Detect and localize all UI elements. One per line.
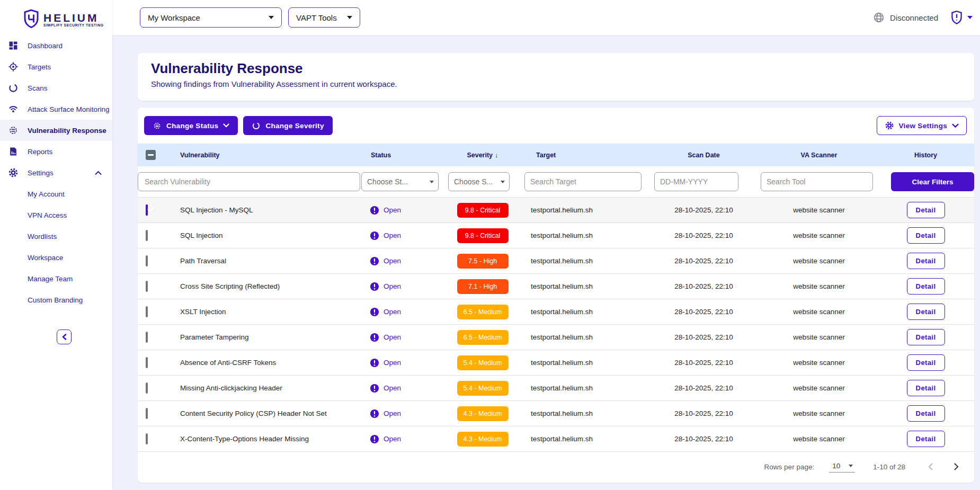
column-header-severity[interactable]: Severity↓ <box>448 151 517 159</box>
sidebar-item-label: Scans <box>28 84 48 92</box>
tool-search-input[interactable] <box>761 172 873 191</box>
status-open-icon <box>370 307 379 317</box>
rows-per-page-select[interactable]: 10 <box>829 461 855 473</box>
row-checkbox[interactable] <box>146 204 148 216</box>
sidebar-collapse-button[interactable] <box>57 329 72 344</box>
row-checkbox[interactable] <box>146 357 148 368</box>
status-open-icon <box>370 206 379 215</box>
row-checkbox[interactable] <box>146 433 148 444</box>
change-severity-button[interactable]: Change Severity <box>243 116 332 135</box>
sidebar-item-vpn-access[interactable]: VPN Access <box>0 204 112 226</box>
table-row: Cross Site Scripting (Reflected) Open 7.… <box>138 274 974 299</box>
user-menu[interactable] <box>951 11 973 24</box>
severity-circle-icon <box>252 121 261 130</box>
table-row: Path Traversal Open 7.5 - High testporta… <box>138 248 974 274</box>
target-host: testportal.helium.sh <box>517 384 647 392</box>
row-checkbox[interactable] <box>146 230 148 241</box>
status-open-icon <box>370 282 379 291</box>
severity-badge: 5.4 - Medium <box>457 355 509 370</box>
vapt-tools-select[interactable]: VAPT Tools <box>288 7 360 28</box>
status-filter-select[interactable]: Choose St... <box>361 172 439 191</box>
next-page-button[interactable] <box>952 462 960 471</box>
severity-filter-select[interactable]: Choose S... <box>448 172 510 191</box>
status-label: Open <box>384 206 401 214</box>
target-host: testportal.helium.sh <box>517 308 647 316</box>
sidebar-subitem-label: Manage Team <box>28 275 73 283</box>
row-checkbox[interactable] <box>146 306 148 317</box>
table-header-row: Vulnerability Status Severity↓ Target Sc… <box>138 144 974 166</box>
sidebar-item-vulnerability-response[interactable]: Vulnerability Response <box>0 120 112 141</box>
workspace-select[interactable]: My Workspace <box>140 7 282 28</box>
vulnerability-name: Absence of Anti-CSRF Tokens <box>163 359 360 367</box>
severity-badge: 4.3 - Medium <box>457 406 509 421</box>
previous-page-button[interactable] <box>926 462 934 471</box>
row-checkbox[interactable] <box>146 382 148 394</box>
sidebar-item-my-account[interactable]: My Account <box>0 183 112 204</box>
workspace-select-value: My Workspace <box>148 13 200 22</box>
detail-button[interactable]: Detail <box>907 380 945 396</box>
table-row: XSLT Injection Open 6.5 - Medium testpor… <box>138 299 974 325</box>
clear-filters-button[interactable]: Clear Filters <box>891 172 974 191</box>
sidebar-item-reports[interactable]: Reports <box>0 141 112 162</box>
status-label: Open <box>384 409 401 417</box>
detail-button[interactable]: Detail <box>907 227 945 244</box>
helium-shield-icon <box>951 11 963 24</box>
row-checkbox[interactable] <box>146 255 148 266</box>
row-checkbox[interactable] <box>146 332 148 343</box>
detail-button[interactable]: Detail <box>907 405 945 422</box>
sidebar-item-custom-branding[interactable]: Custom Branding <box>0 289 112 310</box>
bulk-actions-toolbar: Change Status Change Severity View Setti… <box>138 108 974 144</box>
gear-icon <box>8 167 19 178</box>
scan-date: 28-10-2025, 22:10 <box>647 435 761 443</box>
detail-button[interactable]: Detail <box>907 431 945 447</box>
target-search-input[interactable] <box>524 172 642 191</box>
sidebar-item-settings[interactable]: Settings <box>0 162 112 183</box>
view-settings-button[interactable]: View Settings <box>877 116 967 135</box>
scan-date-input[interactable] <box>654 172 738 191</box>
sidebar-item-wordlists[interactable]: Wordlists <box>0 226 112 247</box>
row-checkbox[interactable] <box>146 281 148 292</box>
sidebar-item-scans[interactable]: Scans <box>0 77 112 99</box>
sidebar-item-targets[interactable]: Targets <box>0 56 112 77</box>
detail-button[interactable]: Detail <box>907 253 945 269</box>
chevron-left-icon <box>928 463 933 470</box>
severity-badge: 7.1 - High <box>457 279 509 294</box>
vulnerability-search-input[interactable] <box>138 172 360 191</box>
table-row: SQL Injection Open 9.8 - Critical testpo… <box>138 223 974 248</box>
brand-logo[interactable]: HELIUM SIMPLIFY SECURITY TESTING <box>0 0 112 33</box>
status-open-icon <box>370 333 379 342</box>
dashboard-icon <box>8 40 19 51</box>
severity-badge: 4.3 - Medium <box>457 432 509 447</box>
va-scanner: website scanner <box>761 308 877 316</box>
sidebar-item-manage-team[interactable]: Manage Team <box>0 268 112 289</box>
target-host: testportal.helium.sh <box>517 359 647 367</box>
scan-date: 28-10-2025, 22:10 <box>647 384 761 392</box>
detail-button[interactable]: Detail <box>907 278 945 295</box>
table-row: Parameter Tampering Open 6.5 - Medium te… <box>138 325 974 350</box>
sidebar-subitem-label: My Account <box>28 190 65 198</box>
sidebar-item-label: Settings <box>28 169 54 177</box>
status-label: Open <box>384 308 401 316</box>
detail-button[interactable]: Detail <box>907 354 945 371</box>
change-status-button[interactable]: Change Status <box>144 116 238 135</box>
sidebar-item-workspace[interactable]: Workspace <box>0 247 112 268</box>
sort-desc-icon: ↓ <box>495 151 498 159</box>
va-scanner: website scanner <box>761 206 877 214</box>
sidebar-item-label: Vulnerability Response <box>28 127 106 135</box>
sidebar-item-attack-surface-monitoring[interactable]: Attack Surface Monitoring <box>0 99 112 120</box>
status-label: Open <box>384 231 401 239</box>
pagination-range: 1-10 of 28 <box>873 463 905 471</box>
target-host: testportal.helium.sh <box>517 333 647 341</box>
select-all-checkbox[interactable] <box>146 150 156 160</box>
detail-button[interactable]: Detail <box>907 304 945 320</box>
scan-progress-icon <box>8 83 19 93</box>
sidebar-item-dashboard[interactable]: Dashboard <box>0 35 112 56</box>
status-label: Open <box>384 435 401 443</box>
detail-button[interactable]: Detail <box>907 329 945 345</box>
column-header-status: Status <box>360 152 448 159</box>
chevron-down-icon <box>347 16 352 19</box>
detail-button[interactable]: Detail <box>907 202 945 218</box>
row-checkbox[interactable] <box>146 408 148 419</box>
severity-badge: 7.5 - High <box>457 254 509 269</box>
vulnerability-name: Missing Anti-clickjacking Header <box>163 384 360 392</box>
